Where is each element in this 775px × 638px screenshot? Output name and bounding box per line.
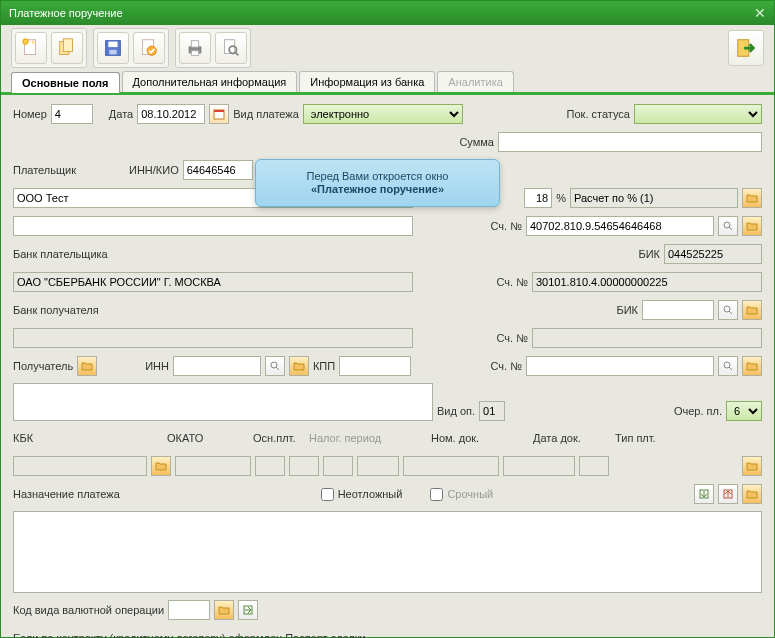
okato-input bbox=[175, 456, 251, 476]
folder-icon[interactable] bbox=[742, 484, 762, 504]
percent-input[interactable] bbox=[524, 188, 552, 208]
copy-button[interactable] bbox=[51, 32, 83, 64]
kpp-input[interactable] bbox=[339, 356, 411, 376]
currency-code-input[interactable] bbox=[168, 600, 210, 620]
recv-bik-label: БИК bbox=[616, 304, 638, 316]
folder-icon[interactable] bbox=[742, 188, 762, 208]
receiver-textarea[interactable] bbox=[13, 383, 433, 421]
currency-code-label: Код вида валютной операции bbox=[13, 604, 164, 616]
nomdok-label: Ном. док. bbox=[431, 432, 529, 444]
folder-icon[interactable] bbox=[742, 356, 762, 376]
recv-bank-acc-label: Сч. № bbox=[497, 332, 528, 344]
preview-button[interactable] bbox=[215, 32, 247, 64]
percent-calc-input bbox=[570, 188, 738, 208]
folder-icon[interactable] bbox=[289, 356, 309, 376]
recv-bik-input[interactable] bbox=[642, 300, 714, 320]
folder-icon[interactable] bbox=[742, 216, 762, 236]
tab-analytics[interactable]: Аналитика bbox=[437, 71, 513, 92]
vid-op-input bbox=[479, 401, 505, 421]
toolbar bbox=[1, 25, 774, 71]
search-icon[interactable] bbox=[718, 216, 738, 236]
okato-label: ОКАТО bbox=[167, 432, 249, 444]
payer-label: Плательщик bbox=[13, 164, 125, 176]
payer-bank-acc-label: Сч. № bbox=[497, 276, 528, 288]
recv-bank-name bbox=[13, 328, 413, 348]
close-icon[interactable]: ✕ bbox=[752, 5, 768, 21]
window-title: Платежное поручение bbox=[9, 7, 123, 19]
action-icon[interactable] bbox=[238, 600, 258, 620]
folder-icon[interactable] bbox=[742, 300, 762, 320]
osnplt-input bbox=[255, 456, 285, 476]
recv-inn-input[interactable] bbox=[173, 356, 261, 376]
nomdok-input bbox=[403, 456, 499, 476]
new-doc-button[interactable] bbox=[15, 32, 47, 64]
tooltip-line2: «Платежное поручение» bbox=[311, 183, 444, 195]
save-button[interactable] bbox=[97, 32, 129, 64]
payer-bik-label: БИК bbox=[638, 248, 660, 260]
status-label: Пок. статуса bbox=[567, 108, 630, 120]
payment-type-select[interactable]: электронно bbox=[303, 104, 463, 124]
folder-icon[interactable] bbox=[77, 356, 97, 376]
svg-line-14 bbox=[236, 53, 239, 56]
folder-icon[interactable] bbox=[742, 456, 762, 476]
date-input[interactable] bbox=[137, 104, 205, 124]
kbk-input bbox=[13, 456, 147, 476]
datadok-input bbox=[503, 456, 575, 476]
status-select[interactable] bbox=[634, 104, 762, 124]
urgent1-checkbox[interactable] bbox=[321, 488, 334, 501]
payer-bik-input bbox=[664, 244, 762, 264]
payer-bank-acc bbox=[532, 272, 762, 292]
nalog3-input bbox=[357, 456, 399, 476]
payer-acc-label: Сч. № bbox=[491, 220, 522, 232]
note-line1: Если по контракту (кредитному договору) … bbox=[13, 632, 369, 638]
urgent1-label: Неотложный bbox=[338, 488, 403, 500]
svg-point-1 bbox=[23, 39, 29, 45]
payment-type-label: Вид платежа bbox=[233, 108, 299, 120]
print-button[interactable] bbox=[179, 32, 211, 64]
export-icon[interactable] bbox=[718, 484, 738, 504]
recv-acc-input[interactable] bbox=[526, 356, 714, 376]
purpose-textarea[interactable] bbox=[13, 511, 762, 593]
svg-rect-6 bbox=[109, 50, 116, 55]
ocher-select[interactable]: 6 bbox=[726, 401, 762, 421]
inn-kio-input[interactable] bbox=[183, 160, 253, 180]
calendar-icon[interactable] bbox=[209, 104, 229, 124]
svg-rect-10 bbox=[191, 41, 198, 47]
import-icon[interactable] bbox=[694, 484, 714, 504]
search-icon[interactable] bbox=[265, 356, 285, 376]
sum-label: Сумма bbox=[459, 136, 494, 148]
recv-bank-label: Банк получателя bbox=[13, 304, 99, 316]
svg-line-23 bbox=[276, 367, 279, 370]
vid-op-label: Вид оп. bbox=[437, 405, 475, 417]
svg-rect-11 bbox=[191, 51, 198, 56]
tab-bank-info[interactable]: Информация из банка bbox=[299, 71, 435, 92]
tab-main-fields[interactable]: Основные поля bbox=[11, 72, 120, 93]
tabs: Основные поля Дополнительная информация … bbox=[1, 71, 774, 95]
payment-order-window: Платежное поручение ✕ Основные поля Допо… bbox=[0, 0, 775, 638]
svg-line-19 bbox=[729, 227, 732, 230]
nalog-placeholder: Налог. период bbox=[309, 432, 427, 444]
search-icon[interactable] bbox=[718, 356, 738, 376]
tab-additional-info[interactable]: Дополнительная информация bbox=[122, 71, 298, 92]
svg-rect-3 bbox=[63, 39, 72, 52]
folder-icon[interactable] bbox=[214, 600, 234, 620]
payer-bank-label: Банк плательщика bbox=[13, 248, 108, 260]
recv-inn-label: ИНН bbox=[145, 360, 169, 372]
svg-line-21 bbox=[729, 311, 732, 314]
folder-icon[interactable] bbox=[151, 456, 171, 476]
payer-acc-input[interactable] bbox=[526, 216, 714, 236]
ocher-label: Очер. пл. bbox=[674, 405, 722, 417]
kpp-label: КПП bbox=[313, 360, 335, 372]
payer-name-line2[interactable] bbox=[13, 216, 413, 236]
urgent2-checkbox[interactable] bbox=[430, 488, 443, 501]
receiver-label: Получатель bbox=[13, 360, 73, 372]
tooltip-overlay: Перед Вами откроется окно «Платежное пор… bbox=[255, 159, 500, 207]
urgent2-label: Срочный bbox=[447, 488, 493, 500]
sum-input[interactable] bbox=[498, 132, 762, 152]
check-button[interactable] bbox=[133, 32, 165, 64]
inn-kio-label: ИНН/КИО bbox=[129, 164, 179, 176]
exit-button[interactable] bbox=[728, 30, 764, 66]
number-input[interactable] bbox=[51, 104, 93, 124]
payer-bank-name bbox=[13, 272, 413, 292]
search-icon[interactable] bbox=[718, 300, 738, 320]
